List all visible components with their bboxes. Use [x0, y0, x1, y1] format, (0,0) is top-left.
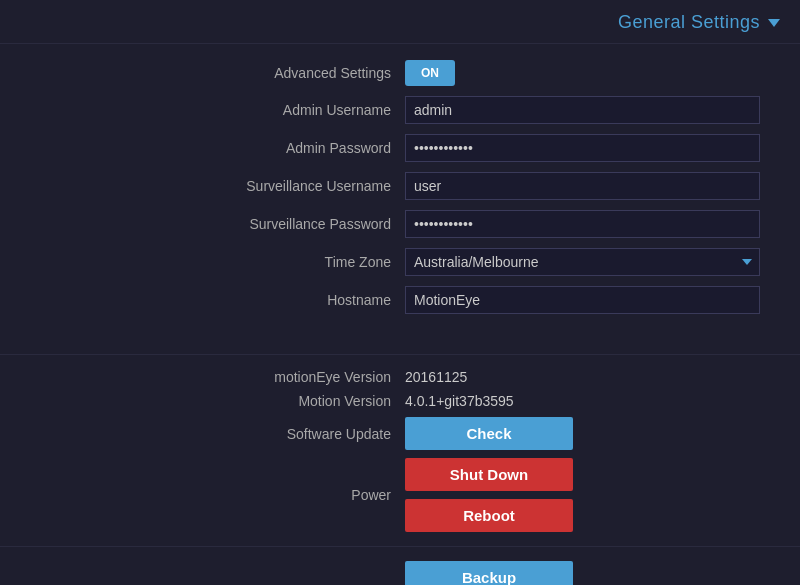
page-container: General Settings Advanced Settings ON Ad… [0, 0, 800, 585]
reboot-button[interactable]: Reboot [405, 499, 573, 532]
info-section: motionEye Version 20161125 Motion Versio… [0, 369, 800, 532]
header-title: General Settings [618, 12, 780, 33]
surveillance-password-input[interactable] [405, 210, 760, 238]
section-divider-2 [0, 546, 800, 547]
backup-button[interactable]: Backup [405, 561, 573, 585]
software-update-row: Software Update Check [40, 417, 760, 450]
hostname-input[interactable] [405, 286, 760, 314]
timezone-label: Time Zone [191, 254, 391, 270]
section-divider-1 [0, 354, 800, 355]
hostname-row: Hostname [40, 286, 760, 314]
configuration-row: Configuration Backup Restore [40, 561, 760, 585]
surveillance-username-label: Surveillance Username [191, 178, 391, 194]
power-row: Power Shut Down Reboot [40, 458, 760, 532]
surveillance-password-label: Surveillance Password [191, 216, 391, 232]
motion-version-value: 4.0.1+git37b3595 [405, 393, 760, 409]
chevron-down-icon[interactable] [768, 19, 780, 27]
motion-version-row: Motion Version 4.0.1+git37b3595 [40, 393, 760, 409]
header: General Settings [0, 0, 800, 43]
advanced-settings-toggle[interactable]: ON [405, 60, 455, 86]
admin-username-input[interactable] [405, 96, 760, 124]
software-update-label: Software Update [191, 426, 391, 442]
check-button[interactable]: Check [405, 417, 573, 450]
surveillance-username-row: Surveillance Username [40, 172, 760, 200]
power-label: Power [191, 487, 391, 503]
advanced-settings-label: Advanced Settings [191, 65, 391, 81]
admin-password-input[interactable] [405, 134, 760, 162]
shutdown-button[interactable]: Shut Down [405, 458, 573, 491]
motioneye-version-label: motionEye Version [191, 369, 391, 385]
software-update-buttons: Check [405, 417, 760, 450]
page-title: General Settings [618, 12, 760, 33]
toggle-container: ON [405, 60, 760, 86]
motioneye-version-value: 20161125 [405, 369, 760, 385]
timezone-select[interactable]: Australia/Melbourne UTC America/New_York [405, 248, 760, 276]
timezone-select-wrapper: Australia/Melbourne UTC America/New_York [405, 248, 760, 276]
motioneye-version-row: motionEye Version 20161125 [40, 369, 760, 385]
hostname-label: Hostname [191, 292, 391, 308]
admin-password-row: Admin Password [40, 134, 760, 162]
timezone-row: Time Zone Australia/Melbourne UTC Americ… [40, 248, 760, 276]
configuration-buttons: Backup Restore [405, 561, 760, 585]
admin-username-row: Admin Username [40, 96, 760, 124]
surveillance-username-input[interactable] [405, 172, 760, 200]
admin-username-label: Admin Username [191, 102, 391, 118]
settings-form: Advanced Settings ON Admin Username Admi… [0, 44, 800, 340]
configuration-section: Configuration Backup Restore [0, 561, 800, 585]
power-buttons: Shut Down Reboot [405, 458, 760, 532]
advanced-settings-row: Advanced Settings ON [40, 60, 760, 86]
motion-version-label: Motion Version [191, 393, 391, 409]
admin-password-label: Admin Password [191, 140, 391, 156]
surveillance-password-row: Surveillance Password [40, 210, 760, 238]
